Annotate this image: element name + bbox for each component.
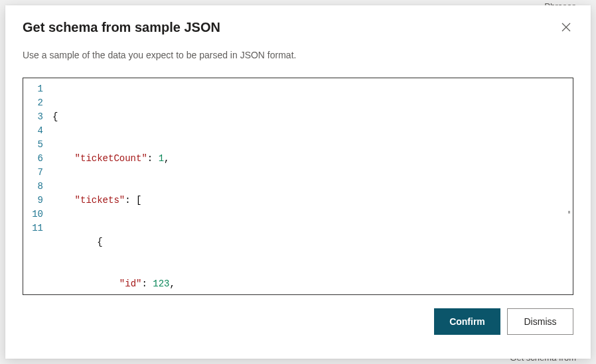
- schema-dialog: Get schema from sample JSON Use a sample…: [5, 5, 591, 359]
- line-number: 4: [23, 124, 43, 138]
- code-token: ,: [164, 153, 169, 164]
- line-number: 10: [23, 208, 43, 221]
- line-number: 11: [23, 221, 43, 235]
- close-icon: [561, 23, 571, 32]
- line-number: 1: [23, 82, 43, 96]
- line-number: 6: [23, 152, 43, 166]
- code-token: :: [147, 153, 159, 164]
- dialog-title: Get schema from sample JSON: [23, 20, 220, 35]
- dismiss-button[interactable]: Dismiss: [507, 308, 573, 335]
- line-number: 9: [23, 194, 43, 208]
- line-number: 5: [23, 138, 43, 152]
- code-token: 1: [159, 153, 164, 164]
- code-token: :: [141, 278, 153, 289]
- code-content[interactable]: { "ticketCount": 1, "tickets": [ { "id":…: [52, 78, 573, 294]
- code-token: {: [97, 237, 102, 247]
- line-number: 3: [23, 110, 43, 124]
- code-token: :: [125, 195, 136, 206]
- dialog-header: Get schema from sample JSON: [23, 20, 573, 35]
- line-number: 8: [23, 180, 43, 194]
- code-token: {: [52, 111, 58, 122]
- line-number: 7: [23, 166, 43, 180]
- code-token: [: [136, 195, 141, 206]
- line-number-gutter: 1 2 3 4 5 6 7 8 9 10 11: [23, 78, 52, 294]
- line-number: 2: [23, 96, 43, 110]
- scrollbar-marker: [568, 211, 570, 213]
- code-token: ,: [169, 278, 175, 289]
- code-token: 123: [153, 278, 169, 289]
- code-token: "ticketCount": [75, 153, 147, 164]
- dialog-footer: Confirm Dismiss: [23, 308, 573, 335]
- json-editor[interactable]: 1 2 3 4 5 6 7 8 9 10 11 { "ticketCount":…: [23, 78, 573, 295]
- confirm-button[interactable]: Confirm: [434, 308, 500, 335]
- code-token: "id": [119, 278, 142, 289]
- close-button[interactable]: [559, 20, 573, 34]
- dialog-subtitle: Use a sample of the data you expect to b…: [23, 50, 573, 60]
- code-token: "tickets": [75, 195, 125, 206]
